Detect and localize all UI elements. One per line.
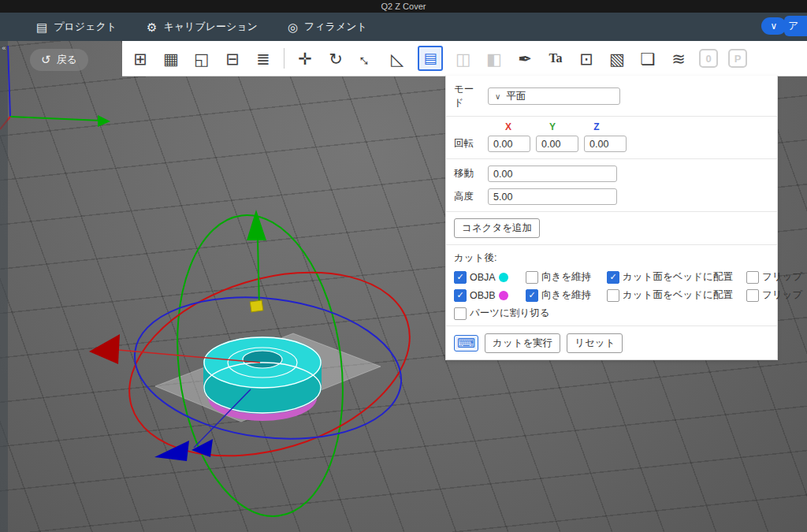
axis-x-label: X	[488, 121, 529, 132]
obj-b-flip-label: フリップ	[762, 288, 802, 302]
height-input[interactable]: 5.00	[488, 188, 617, 205]
gear-icon: ⚙	[147, 21, 157, 33]
menu-item-project[interactable]: ▤ プロジェクト	[36, 20, 117, 34]
color-paint-icon[interactable]: ✒	[515, 47, 535, 69]
menu-item-project-label: プロジェクト	[54, 20, 117, 34]
cut-icon[interactable]: ▤	[418, 46, 443, 71]
axis-z-label: Z	[576, 121, 617, 132]
support-paint-icon: ◧	[484, 47, 504, 69]
add-object-icon[interactable]: ⊞	[130, 47, 151, 69]
obj-a-flip-label: フリップ	[762, 270, 802, 284]
split-parts-row: パーツに割り切る	[446, 304, 777, 322]
reset-button[interactable]: リセット	[567, 333, 623, 353]
add-connector-button[interactable]: コネクタを追加	[454, 218, 540, 238]
panel-divider	[446, 211, 777, 212]
object-b-row: OBJB 向きを維持 カット面をベッドに配置 フリップ	[446, 286, 777, 304]
keyboard-shortcuts-icon[interactable]: ⌨	[454, 335, 478, 352]
mirror-icon: ◫	[453, 47, 474, 69]
rotation-z-input[interactable]: 0.00	[584, 136, 627, 152]
back-button[interactable]: ↺ 戻る	[30, 49, 88, 71]
rotation-label: 回転	[454, 137, 482, 151]
filament-icon: ◎	[288, 21, 298, 33]
panel-divider	[446, 158, 777, 159]
split-objects-icon[interactable]: ⊟	[222, 47, 243, 69]
move-label: 移動	[454, 167, 482, 180]
move-icon[interactable]: ✛	[295, 47, 315, 69]
project-icon: ▤	[36, 21, 47, 33]
panel-divider	[446, 326, 777, 326]
text-tool-icon[interactable]: Ta	[545, 47, 566, 69]
model-torus[interactable]	[203, 337, 322, 421]
undo-arrow-icon: ↺	[41, 53, 51, 67]
obj-a-checkbox[interactable]	[454, 271, 467, 284]
obj-a-label: OBJA	[470, 272, 496, 283]
execute-cut-button[interactable]: カットを実行	[485, 333, 560, 353]
rotation-y-input[interactable]: 0.00	[536, 136, 578, 152]
axis-y-label: Y	[532, 121, 573, 132]
cut-tool-panel: モード ∨ 平面 X Y Z 回転 0.00 0.00 0.00 移動 0.00…	[445, 76, 778, 360]
mode-value: 平面	[506, 90, 526, 103]
obj-a-place-on-bed-checkbox[interactable]	[607, 271, 619, 284]
panel-divider	[446, 116, 777, 117]
obj-a-color-dot	[499, 273, 508, 282]
height-label: 高度	[454, 190, 482, 203]
split-parts-checkbox[interactable]	[454, 307, 467, 320]
mode-label: モード	[454, 83, 482, 110]
mode-dropdown[interactable]: ∨ 平面	[488, 87, 620, 105]
scale-to-fit-icon[interactable]: ❏	[638, 47, 658, 69]
obj-a-flip-checkbox[interactable]	[746, 271, 759, 284]
back-button-label: 戻る	[57, 53, 77, 67]
axis-header-row: X Y Z	[480, 120, 777, 132]
shape-gallery-icon[interactable]: ⊡	[576, 47, 597, 69]
split-parts-label: パーツに割り切る	[470, 307, 549, 320]
after-cut-label: カット後:	[454, 251, 496, 265]
panel-divider	[446, 244, 777, 245]
chevron-down-icon: ∨	[495, 92, 500, 101]
obj-b-color-dot	[499, 291, 508, 300]
assistant-button-label: ア	[788, 19, 798, 33]
primitive-cube-icon[interactable]: ▧	[607, 47, 627, 69]
zero-badge-icon: 0	[699, 49, 718, 68]
main-toolbar: ⊞ ▦ ◱ ⊟ ≣ ✛ ↻ ↔ ◺ ▤ ◫ ◧ ✒ Ta ⊡ ▧ ❏ ≋ 0 P	[122, 41, 807, 76]
arrange-icon[interactable]: ▦	[161, 47, 181, 69]
menu-item-calibration[interactable]: ⚙ キャリブレーション	[147, 20, 258, 34]
scale-icon[interactable]: ↔	[351, 43, 381, 73]
param-badge-icon: P	[728, 49, 747, 68]
object-list-icon[interactable]: ≣	[253, 47, 273, 69]
obj-b-label: OBJB	[470, 290, 496, 301]
collapse-left-icon: «	[2, 44, 6, 52]
rotate-icon[interactable]: ↻	[325, 47, 346, 69]
obj-a-place-on-bed-label: カット面をベッドに配置	[623, 270, 733, 284]
obj-b-keep-orientation-label: 向きを維持	[541, 288, 591, 302]
obj-a-keep-orientation-label: 向きを維持	[541, 270, 591, 284]
obj-b-place-on-bed-checkbox[interactable]	[607, 289, 619, 302]
assistant-button[interactable]: ア	[784, 16, 807, 36]
menu-bar: ▤ プロジェクト ⚙ キャリブレーション ◎ フィラメント ∨ ア	[0, 13, 807, 41]
menu-item-filament-label: フィラメント	[304, 20, 367, 34]
menu-item-filament[interactable]: ◎ フィラメント	[288, 20, 367, 34]
rotation-x-input[interactable]: 0.00	[488, 136, 530, 152]
menu-item-calibration-label: キャリブレーション	[163, 20, 257, 34]
obj-b-flip-checkbox[interactable]	[746, 289, 759, 302]
window-title: Q2 Z Cover	[381, 2, 426, 11]
window-title-bar: Q2 Z Cover	[0, 0, 807, 13]
chevron-down-icon: ∨	[771, 20, 778, 32]
obj-b-checkbox[interactable]	[454, 289, 467, 302]
collapse-toolbar-button[interactable]: ∨	[761, 17, 787, 35]
toolbar-separator	[284, 48, 284, 69]
obj-b-keep-orientation-checkbox[interactable]	[526, 289, 538, 302]
place-on-face-icon[interactable]: ◺	[387, 47, 407, 69]
auto-orient-icon[interactable]: ◱	[192, 47, 212, 69]
fuzzy-skin-icon[interactable]: ≋	[668, 47, 689, 69]
sidebar-collapse-strip[interactable]: «	[0, 41, 8, 532]
obj-a-keep-orientation-checkbox[interactable]	[526, 271, 538, 284]
obj-b-place-on-bed-label: カット面をベッドに配置	[623, 288, 733, 302]
object-a-row: OBJA 向きを維持 カット面をベッドに配置 フリップ	[446, 268, 777, 286]
move-input[interactable]: 0.00	[488, 166, 617, 182]
